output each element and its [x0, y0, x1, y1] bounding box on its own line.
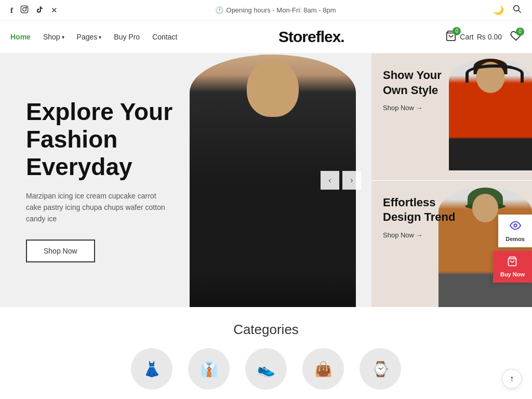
- slider-next-button[interactable]: ›: [342, 171, 361, 190]
- categories-list: 👗 👔 👟 👜 ⌚: [10, 348, 522, 390]
- cart-price: Rs 0.00: [477, 33, 502, 41]
- nav-item-buy-pro[interactable]: Buy Pro: [114, 33, 140, 41]
- svg-rect-0: [21, 6, 28, 12]
- demos-floating-button[interactable]: Demos: [498, 215, 532, 247]
- svg-point-1: [23, 8, 26, 11]
- top-right-icons: 🌙: [493, 4, 522, 16]
- slider-navigation: ‹ ›: [321, 171, 361, 190]
- slider-content: Explore Your Fashion Everyday Marzipan i…: [26, 98, 172, 262]
- category-item-3[interactable]: 👜: [302, 348, 344, 390]
- top-bar: 𝐟 ✕ 🕐 Opening hours - Mon-Fri: 8am - 8pm…: [0, 0, 532, 21]
- banner1-title: Show Your Own Style: [383, 68, 442, 98]
- category-circle-1: 👔: [188, 348, 230, 390]
- banner2-text: Effortless Design Trend Shop Now →: [383, 195, 455, 239]
- category-item-2[interactable]: 👟: [245, 348, 287, 390]
- category-circle-4: ⌚: [360, 348, 401, 390]
- cart-button[interactable]: 0 Cart Rs 0.00: [445, 30, 502, 44]
- banner1-shop-now-link[interactable]: Shop Now →: [383, 104, 442, 112]
- shop-now-button[interactable]: Shop Now: [26, 240, 95, 262]
- category-circle-2: 👟: [245, 348, 287, 390]
- opening-hours: 🕐 Opening hours - Mon-Fri: 8am - 8pm: [215, 6, 336, 14]
- cart-badge: 0: [453, 27, 461, 35]
- tiktok-icon[interactable]: [36, 6, 44, 15]
- category-circle-3: 👜: [302, 348, 344, 390]
- banner1-text: Show Your Own Style Shop Now →: [383, 68, 442, 112]
- slider-prev-button[interactable]: ‹: [321, 171, 339, 190]
- scroll-to-top-button[interactable]: ↑: [502, 369, 522, 389]
- nav-item-shop[interactable]: Shop ▾: [43, 33, 64, 41]
- svg-line-4: [518, 10, 521, 13]
- shopping-bag-icon: [507, 256, 517, 269]
- category-item-1[interactable]: 👔: [188, 348, 230, 390]
- eye-icon: [510, 220, 521, 234]
- logo[interactable]: Storeflex.: [278, 28, 344, 46]
- hero-headline: Explore Your Fashion Everyday: [26, 98, 172, 181]
- instagram-icon[interactable]: [20, 5, 29, 15]
- wishlist-badge: 0: [516, 28, 524, 36]
- categories-section: Categories 👗 👔 👟 👜 ⌚: [0, 307, 532, 395]
- dark-mode-icon[interactable]: 🌙: [493, 5, 504, 16]
- svg-point-3: [514, 6, 520, 11]
- nav-right: 0 Cart Rs 0.00 0: [445, 30, 522, 44]
- search-icon-top[interactable]: [512, 4, 522, 16]
- hero-section: Explore Your Fashion Everyday Marzipan i…: [0, 54, 532, 307]
- navbar: Home Shop ▾ Pages ▾ Buy Pro Contact Stor…: [0, 21, 532, 54]
- nav-left: Home Shop ▾ Pages ▾ Buy Pro Contact: [10, 33, 177, 41]
- svg-point-2: [26, 7, 26, 8]
- side-banner-1: Show Your Own Style Shop Now →: [371, 54, 532, 181]
- buy-now-floating-button[interactable]: Buy Now: [493, 251, 532, 283]
- hero-description: Marzipan icing ice cream cupcake carrot …: [26, 190, 166, 225]
- chevron-down-icon: ▾: [62, 34, 64, 40]
- banner1-model: [449, 59, 532, 170]
- category-item-4[interactable]: ⌚: [360, 348, 401, 390]
- cart-label: Cart: [460, 33, 473, 41]
- category-item-0[interactable]: 👗: [131, 348, 172, 390]
- clock-icon: 🕐: [215, 6, 223, 14]
- main-slider: Explore Your Fashion Everyday Marzipan i…: [0, 54, 371, 307]
- banner2-shop-now-link[interactable]: Shop Now →: [383, 231, 455, 239]
- category-circle-0: 👗: [131, 348, 172, 390]
- svg-point-6: [514, 224, 517, 227]
- facebook-icon[interactable]: 𝐟: [10, 6, 13, 15]
- nav-item-contact[interactable]: Contact: [152, 33, 177, 41]
- categories-title: Categories: [10, 322, 522, 338]
- chevron-down-icon-2: ▾: [99, 34, 101, 40]
- social-icons: 𝐟 ✕: [10, 5, 58, 15]
- x-icon[interactable]: ✕: [51, 6, 58, 15]
- nav-item-pages[interactable]: Pages ▾: [77, 33, 102, 41]
- wishlist-button[interactable]: 0: [510, 30, 522, 44]
- banner2-title: Effortless Design Trend: [383, 195, 455, 225]
- nav-item-home[interactable]: Home: [10, 33, 31, 41]
